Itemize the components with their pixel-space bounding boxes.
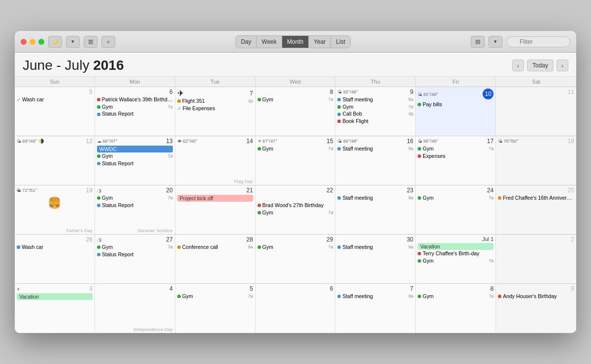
next-month-button[interactable]: ›: [557, 60, 568, 71]
list-item: Gym7a: [97, 104, 173, 111]
list-item: Call Bob4p: [337, 111, 413, 118]
minimize-button[interactable]: [30, 39, 35, 45]
day-cell-27-mon[interactable]: ◑ 27 Gym7a Status Report: [95, 235, 175, 283]
day-cell-jul1-fri[interactable]: Jul 1 Vacation Terry Chaffee's Birth-day…: [416, 235, 496, 283]
day-number: 6: [258, 285, 333, 292]
day-cell-20-mon[interactable]: ◑ 20 Gym7a Status Report Summer Solstice: [95, 185, 175, 234]
day-cell-12-sun[interactable]: 🌤 69°/49° 🌗 12: [15, 136, 95, 185]
calendar-weeks: 5 ✓Wash car 6 Patrick Wallace's 39th Bir…: [15, 87, 576, 333]
view-year-button[interactable]: Year: [309, 36, 331, 48]
day-cell-3-sun[interactable]: ● 3 Vacation: [15, 284, 95, 333]
day-cell-17-fri[interactable]: 🌤 68°/49° 17 Gym7a Expenses: [416, 136, 496, 185]
list-item: Gym7a: [418, 195, 493, 202]
search-input[interactable]: [506, 36, 570, 47]
list-item: Gym7a: [258, 210, 333, 216]
day-cell-9-thu[interactable]: 🌤 65°/48° 9 Staff meeting9a Gym7a Call B…: [335, 87, 416, 136]
day-number: 5: [177, 285, 253, 292]
list-item: Gym7a: [177, 293, 253, 300]
titlebar-right: ▤ ▾: [471, 36, 570, 48]
week-row: 🌥 72°/51° 19 🍔 Father's Day ◑ 20 Gym7a S…: [15, 185, 576, 235]
view-month-button[interactable]: Month: [282, 36, 309, 48]
view-list-button[interactable]: List: [331, 36, 350, 48]
prev-month-button[interactable]: ‹: [512, 60, 524, 71]
day-number: 29: [258, 236, 333, 243]
day-cell-29-wed[interactable]: 29 Gym7a: [256, 235, 336, 283]
day-cell-5-tue[interactable]: 5 Gym7a: [175, 284, 256, 333]
moon-icon[interactable]: 🌙: [48, 36, 62, 48]
day-cell-8-wed[interactable]: 8 Gym7a: [256, 87, 336, 136]
calendar-grid: Sun Mon Tue Wed Thu Fri Sat 5 ✓Wash car …: [15, 77, 576, 333]
chevron-layout-icon[interactable]: ▾: [489, 36, 502, 48]
day-cell-13-mon[interactable]: ☁ 66°/47° 13 WWDC Gym7a Status Report: [95, 136, 175, 185]
view-button-group: Day Week Month Year List: [235, 35, 351, 48]
day-cell-16-thu[interactable]: 🌤 66°/48° 16 Staff meeting9a: [335, 136, 416, 185]
day-number: 25: [498, 187, 574, 194]
day-number: 7: [250, 90, 253, 97]
day-cell-25-sat[interactable]: 25 Fred Chaffee's 16th Anniversary: [496, 185, 576, 234]
list-item: Wash car: [17, 244, 93, 251]
view-day-button[interactable]: Day: [236, 36, 257, 48]
navigation-buttons: ‹ Today ›: [512, 60, 568, 71]
day-cell-22-wed[interactable]: 22 cont Brad Wood's 27th Birthday Gym7a: [256, 185, 336, 234]
today-button[interactable]: Today: [527, 60, 554, 71]
day-number: 19: [86, 187, 92, 194]
day-cell-4-mon[interactable]: 4 Vacation Independence Day: [95, 284, 175, 333]
day-cell-8-fri[interactable]: 8 Gym7a: [416, 284, 496, 333]
day-cell-19-sun[interactable]: 🌥 72°/51° 19 🍔 Father's Day: [15, 185, 95, 234]
sidebar-toggle-icon[interactable]: ▥: [84, 36, 98, 48]
day-cell-5-sun[interactable]: 5 ✓Wash car: [15, 87, 95, 136]
day-cell-15-wed[interactable]: ☀ 67°/47° 15 Gym7a: [256, 136, 336, 185]
list-item: Gym7a: [418, 293, 493, 300]
list-item: Patrick Wallace's 39th Birthday: [97, 96, 173, 103]
weather-thu-2: 🌤 66°/48°: [337, 139, 358, 144]
day-cell-6-mon[interactable]: 6 Patrick Wallace's 39th Birthday Gym7a …: [95, 87, 175, 136]
day-cell-28-tue[interactable]: 28 Conference call9a: [175, 235, 256, 283]
weather-wed: ☀ 67°/47°: [258, 139, 277, 144]
day-number: 18: [568, 138, 574, 145]
chevron-down-icon[interactable]: ▾: [66, 36, 80, 48]
day-cell-30-thu[interactable]: 30 Staff meeting9a: [335, 235, 416, 283]
titlebar-left: 🌙 ▾ ▥ +: [21, 36, 115, 48]
day-cell-14-tue[interactable]: 🌧 62°/45° 14 WWDC Flag Day: [175, 136, 256, 185]
weather-tue: 🌧 62°/45°: [177, 139, 197, 144]
day-cell-9-sat[interactable]: 9 Andy Houser's Birthday: [496, 284, 576, 333]
day-number: 9: [410, 89, 414, 95]
list-item: Status Report: [97, 111, 173, 118]
project-kickoff-bar[interactable]: Project kick off: [177, 195, 253, 202]
week-row: 5 ✓Wash car 6 Patrick Wallace's 39th Bir…: [15, 87, 576, 136]
list-item: Pay bills: [418, 101, 493, 108]
vacation-bar[interactable]: Vacation: [418, 243, 493, 250]
wwdc-event-bar[interactable]: WWDC: [97, 146, 173, 152]
day-cell-10-fri-today[interactable]: 🌤 65°/49° 10 Pay bills: [416, 87, 496, 136]
day-cell-6-wed[interactable]: 6: [256, 284, 336, 333]
view-week-button[interactable]: Week: [257, 36, 282, 48]
list-item: Gym7a: [418, 146, 493, 152]
day-number: 4: [97, 285, 173, 292]
list-item: Staff meeting9a: [337, 195, 413, 202]
maximize-button[interactable]: [38, 39, 44, 45]
day-number: 22: [258, 187, 333, 194]
day-cell-26-sun[interactable]: 26 Wash car: [15, 235, 95, 283]
moon-icon-27: ◑: [97, 237, 102, 243]
burger-emoji: 🍔: [17, 195, 93, 212]
day-cell-18-sat[interactable]: 🌤 70°/50° 18: [496, 136, 576, 185]
day-number: 13: [166, 138, 172, 145]
list-item: Gym7a: [97, 195, 173, 202]
day-number: 26: [17, 236, 93, 243]
day-cell-21-tue[interactable]: 21 Project kick off: [175, 185, 256, 234]
day-header-fri: Fri: [416, 77, 496, 87]
independence-day-label: Independence Day: [133, 327, 173, 332]
day-cell-24-fri[interactable]: 24 Gym7a: [416, 185, 496, 234]
list-item: Brad Wood's 27th Birthday: [258, 202, 333, 209]
day-cell-2-sat[interactable]: 2: [496, 235, 576, 283]
list-item: Andy Houser's Birthday: [498, 293, 574, 300]
day-cell-23-thu[interactable]: 23 Staff meeting9a: [335, 185, 416, 234]
add-event-button[interactable]: +: [101, 36, 115, 48]
layout-icon[interactable]: ▤: [471, 36, 485, 48]
day-number: 24: [418, 187, 493, 194]
day-cell-7-tue[interactable]: ✈ 7 Flight 3511p ✓File Expenses: [175, 87, 256, 136]
day-cell-11-sat[interactable]: 11: [496, 87, 576, 136]
day-cell-7-thu[interactable]: 7 Staff meeting9a: [335, 284, 416, 333]
close-button[interactable]: [21, 39, 27, 45]
titlebar: 🌙 ▾ ▥ + Day Week Month Year List ▤ ▾: [15, 31, 576, 53]
